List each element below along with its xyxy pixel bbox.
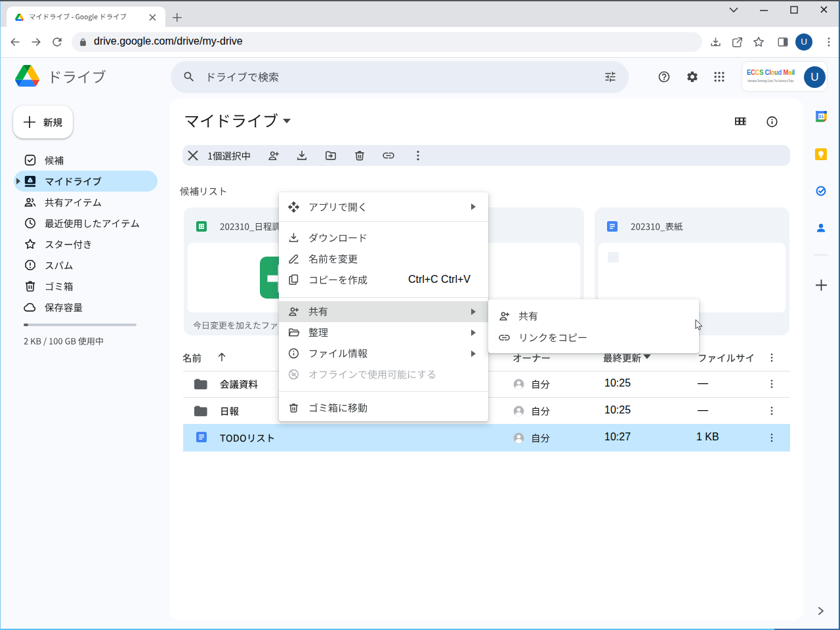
- svg-text:31: 31: [818, 114, 824, 119]
